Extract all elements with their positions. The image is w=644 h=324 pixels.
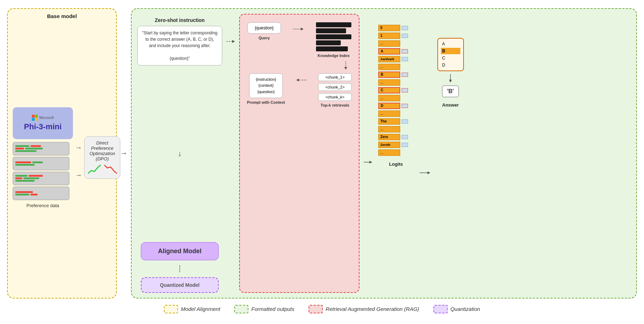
logits-bottom-label: Logits bbox=[389, 161, 403, 167]
bar-green-9 bbox=[15, 194, 29, 195]
bar-red-2 bbox=[15, 148, 24, 149]
choice-D: D bbox=[441, 62, 460, 68]
to-logits-arrow bbox=[364, 160, 372, 165]
bar-green-6 bbox=[15, 175, 28, 177]
dpo-label: Direct Preference Optimization (DPO) bbox=[87, 140, 117, 161]
server-bars-3 bbox=[15, 175, 67, 182]
bar-red-3 bbox=[15, 161, 31, 163]
answer-result-box: 'B' bbox=[442, 85, 459, 97]
query-sub-label: Query bbox=[259, 36, 270, 40]
instruction-text: "Start by saying the letter correspondin… bbox=[142, 30, 217, 48]
bar-row-7 bbox=[15, 177, 67, 179]
logits-to-answer-arrow-container bbox=[420, 14, 430, 293]
aligned-model-box: Aligned Model bbox=[141, 242, 219, 260]
knowledge-index-col: Knowledge Index bbox=[316, 22, 351, 58]
bar-row-4 bbox=[15, 161, 67, 163]
svg-marker-5 bbox=[301, 28, 304, 30]
arrow-to-dpo-2: → bbox=[75, 171, 82, 179]
ms-cell-green bbox=[35, 115, 38, 118]
bar-red-6 bbox=[15, 191, 33, 193]
logit-label-zeroth: Zeroth bbox=[378, 142, 400, 148]
bar-row-8 bbox=[15, 180, 67, 182]
svg-marker-13 bbox=[427, 171, 430, 174]
model-to-logits-arrow bbox=[364, 14, 372, 293]
legend-formatted-outputs: Formatted outputs bbox=[234, 305, 294, 313]
formatted-outputs-section: Zero-shot instruction "Start by saying t… bbox=[131, 8, 637, 299]
prompt-context-col: {instruction} {context} {question} Promp… bbox=[247, 73, 285, 105]
yellow-left: Microsoft Phi-3-mini bbox=[13, 107, 73, 208]
legend-label-formatted: Formatted outputs bbox=[251, 306, 294, 312]
logit-row-1: 1 bbox=[378, 32, 414, 40]
server-unit-3 bbox=[13, 172, 69, 185]
svg-marker-15 bbox=[449, 80, 452, 83]
server-bars-2 bbox=[15, 161, 67, 166]
instruction-column: Zero-shot instruction "Start by saying t… bbox=[137, 14, 222, 293]
ki-row-3 bbox=[316, 34, 351, 39]
logit-row-dots7: ... bbox=[378, 149, 414, 157]
ki-row-2 bbox=[316, 28, 346, 33]
choice-A: A bbox=[441, 41, 460, 47]
dpo-box: Direct Preference Optimization (DPO) bbox=[84, 136, 120, 179]
bar-red-7 bbox=[30, 194, 38, 195]
legend-box-green bbox=[234, 305, 248, 313]
logit-label-dots4: ... bbox=[378, 95, 400, 101]
query-text: {question} bbox=[255, 25, 274, 30]
query-to-ki-arrow bbox=[293, 22, 304, 32]
logit-bar-the bbox=[402, 119, 408, 124]
query-box: {question} bbox=[247, 22, 281, 34]
logit-row-aardvark: Aardvark bbox=[378, 55, 414, 63]
trend-arrows bbox=[87, 164, 117, 175]
yellow-title: Base model bbox=[13, 13, 111, 19]
answer-column: A B C D 'B' Answer bbox=[435, 14, 466, 293]
diagram-area: Base model Microsoft bbox=[7, 8, 637, 299]
bar-green-8 bbox=[15, 180, 35, 182]
logit-label-B: B bbox=[378, 72, 400, 78]
logit-row-the: The bbox=[378, 118, 414, 125]
bar-row-9 bbox=[15, 191, 67, 193]
ms-logo-grid bbox=[32, 115, 38, 121]
bar-row-6 bbox=[15, 175, 67, 177]
svg-marker-9 bbox=[296, 79, 299, 81]
topk-to-prompt-arrow bbox=[296, 73, 307, 83]
ki-row-5 bbox=[316, 46, 348, 51]
ms-cell-red bbox=[32, 115, 35, 118]
logit-label-dots2: ... bbox=[378, 64, 400, 70]
logit-row-dots6: ... bbox=[378, 125, 414, 133]
ki-down-arrow bbox=[343, 61, 348, 70]
prompt-context-box: {instruction} {context} {question} bbox=[249, 73, 283, 98]
legend-quantization: Quantization bbox=[433, 305, 480, 313]
topk-label: Top-k retrievals bbox=[321, 103, 349, 107]
ms-cell-yellow bbox=[35, 118, 38, 121]
choice-B-selected: B bbox=[441, 48, 460, 54]
microsoft-label: Microsoft bbox=[39, 116, 54, 120]
chunks-col: <chunk_1> <chunk_2> <chunk_k> bbox=[318, 73, 352, 101]
logit-bar-zeroth bbox=[402, 143, 408, 147]
logit-label-A: A bbox=[378, 48, 400, 55]
rag-top-row: {question} Query bbox=[243, 22, 355, 58]
yellow-arrows: → → bbox=[75, 136, 82, 179]
ki-row-4 bbox=[316, 40, 341, 45]
bar-row-2 bbox=[15, 148, 67, 149]
dashed-down-arrow bbox=[179, 265, 180, 272]
logit-label-dots1: ... bbox=[378, 40, 400, 47]
logit-label-C: C bbox=[378, 87, 400, 93]
choices-down-arrow bbox=[448, 74, 453, 83]
phi3-box: Microsoft Phi-3-mini bbox=[13, 107, 73, 139]
bar-row-10 bbox=[15, 194, 67, 195]
model-alignment-section: Base model Microsoft bbox=[7, 8, 117, 299]
ki-row-1 bbox=[316, 22, 351, 27]
arrow-to-dpo-1: → bbox=[75, 143, 82, 152]
legend-box-yellow bbox=[164, 305, 178, 313]
legend-model-alignment: Model Alignment bbox=[164, 305, 220, 313]
chunk-k-box: <chunk_k> bbox=[318, 93, 352, 101]
quantized-model-label: Quantized Model bbox=[160, 282, 200, 288]
logit-label-1: 1 bbox=[378, 33, 400, 39]
legend-box-purple bbox=[433, 305, 448, 313]
logit-bar-aardvark bbox=[402, 57, 408, 61]
logit-bar-B bbox=[402, 73, 408, 77]
rag-bottom-row: {instruction} {context} {question} Promp… bbox=[243, 73, 355, 107]
logit-label-zero: Zero bbox=[378, 134, 400, 140]
logit-row-dots2: ... bbox=[378, 63, 414, 71]
logit-label-0: 0 bbox=[378, 25, 400, 31]
bar-green-7 bbox=[23, 177, 39, 179]
